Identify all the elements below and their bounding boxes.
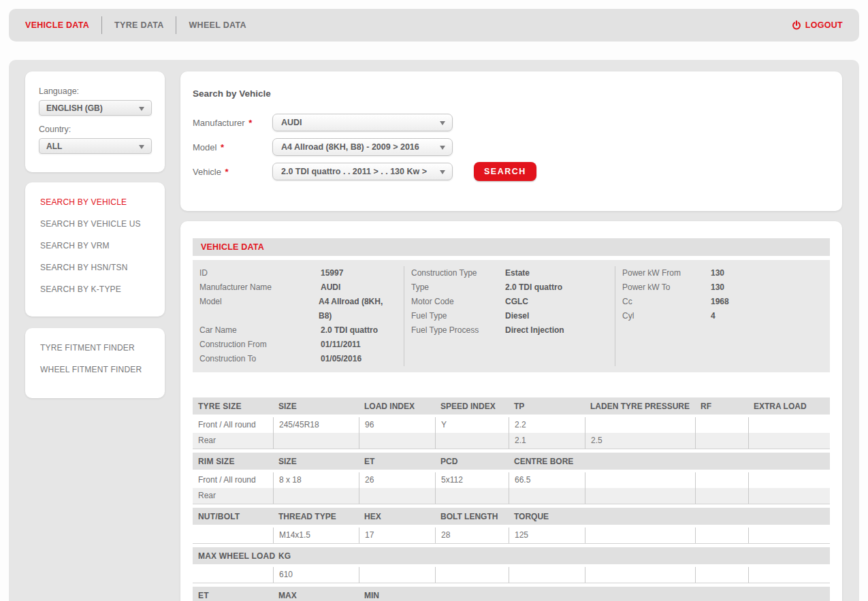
language-label: Language: <box>39 86 151 96</box>
table-cell <box>435 488 509 504</box>
vehicle-data-label: Cyl <box>622 309 711 323</box>
logout-button[interactable]: LOGOUT <box>792 20 843 30</box>
vehicle-data-label: Fuel Type Process <box>411 323 505 338</box>
nav-tab-vehicle-data[interactable]: VEHICLE DATA <box>25 20 101 30</box>
table-title: MAX WHEEL LOAD <box>193 551 273 561</box>
power-icon <box>792 20 801 30</box>
column-header: EXTRA LOAD <box>748 402 830 411</box>
model-label: Model * <box>193 142 272 152</box>
fitment-tables: TYRE SIZESIZELOAD INDEXSPEED INDEXTPLADE… <box>193 397 830 601</box>
form-row-manufacturer: Manufacturer *AUDI <box>193 114 830 131</box>
table-cell: Y <box>435 417 509 433</box>
table-row: M14x1.51728125 <box>193 527 830 543</box>
finder-menu-panel: TYRE FITMENT FINDERWHEEL FITMENT FINDER <box>25 328 165 398</box>
vehicle-data-column-3: Power kW From130Power kW To130Cc1968Cyl4 <box>615 266 830 366</box>
table-rows: M14x1.51728125 <box>193 527 830 544</box>
chevron-down-icon <box>440 170 445 174</box>
sidebar-item-search-by-vehicle-us[interactable]: SEARCH BY VEHICLE US <box>25 213 165 235</box>
nav-tab-tyre-data[interactable]: TYRE DATA <box>102 20 176 30</box>
table-cell <box>359 567 435 583</box>
table-row: Front / All round8 x 18265x11266.5 <box>193 472 830 488</box>
column-header: BOLT LENGTH <box>435 512 509 521</box>
vehicle-select-value: 2.0 TDI quattro . . 2011 > . . 130 Kw > <box>281 167 427 176</box>
table-section-nut-bolt: NUT/BOLTTHREAD TYPEHEXBOLT LENGTHTORQUEM… <box>193 508 830 544</box>
sidebar-item-wheel-fitment-finder[interactable]: WHEEL FITMENT FINDER <box>25 359 165 380</box>
sidebar-item-tyre-fitment-finder[interactable]: TYRE FITMENT FINDER <box>25 337 165 359</box>
vehicle-data-row: ModelA4 Allroad (8KH, B8) <box>199 295 397 323</box>
chevron-down-icon <box>139 145 144 149</box>
table-cell: M14x1.5 <box>273 527 359 543</box>
column-header: SIZE <box>273 457 359 466</box>
sidebar-item-search-by-hsn-tsn[interactable]: SEARCH BY HSN/TSN <box>25 257 165 278</box>
table-row: 610 <box>193 567 830 583</box>
required-asterisk: * <box>218 142 224 152</box>
vehicle-data-value: 2.0 TDI quattro <box>505 280 562 295</box>
nav-tab-wheel-data[interactable]: WHEEL DATA <box>176 20 258 30</box>
vehicle-data-row: Motor CodeCGLC <box>411 295 608 309</box>
search-button[interactable]: SEARCH <box>474 162 536 181</box>
country-select[interactable]: ALL <box>39 138 152 154</box>
vehicle-data-value: Estate <box>505 266 530 280</box>
vehicle-data-row: Cc1968 <box>622 295 823 309</box>
vehicle-data-row: Manufacturer NameAUDI <box>199 280 397 295</box>
vehicle-data-value: 130 <box>711 266 724 280</box>
column-header: ET <box>359 457 435 466</box>
column-header: TORQUE <box>509 512 585 521</box>
sidebar-item-search-by-vehicle[interactable]: SEARCH BY VEHICLE <box>25 191 165 213</box>
table-row: Front / All round245/45R1896Y2.2 <box>193 417 830 433</box>
top-nav: VEHICLE DATATYRE DATAWHEEL DATA LOGOUT <box>9 9 859 42</box>
table-cell: 26 <box>359 472 435 488</box>
vehicle-data-label: Type <box>411 280 505 295</box>
vehicle-data-value: Diesel <box>505 309 529 323</box>
table-rows: Front / All round245/45R1896Y2.2Rear2.12… <box>193 417 830 449</box>
table-cell <box>585 488 695 504</box>
table-title: TYRE SIZE <box>193 402 273 411</box>
table-cell <box>359 433 435 449</box>
results-panel: VEHICLE DATA ID15997Manufacturer NameAUD… <box>180 221 842 601</box>
sidebar-item-search-by-vrm[interactable]: SEARCH BY VRM <box>25 235 165 257</box>
table-cell: 610 <box>273 567 359 583</box>
table-title: ET <box>193 591 273 600</box>
language-select[interactable]: ENGLISH (GB) <box>39 100 152 116</box>
sidebar-item-search-by-k-type[interactable]: SEARCH BY K-TYPE <box>25 278 165 300</box>
table-cell <box>748 527 830 543</box>
column-header: PCD <box>435 457 509 466</box>
table-cell <box>273 488 359 504</box>
vehicle-data-row: Construction From01/11/2011 <box>199 338 397 352</box>
vehicle-data-row: Power kW From130 <box>622 266 823 280</box>
table-header-tyre-size: TYRE SIZESIZELOAD INDEXSPEED INDEXTPLADE… <box>193 397 830 415</box>
table-cell <box>585 472 695 488</box>
vehicle-data-label: Manufacturer Name <box>199 280 321 295</box>
table-cell <box>435 567 509 583</box>
vehicle-data-value: AUDI <box>321 280 340 295</box>
column-header: THREAD TYPE <box>273 512 359 521</box>
chevron-down-icon <box>440 121 445 125</box>
vehicle-data-label: Car Name <box>199 323 321 338</box>
language-select-value: ENGLISH (GB) <box>46 103 103 113</box>
vehicle-data-row: Cyl4 <box>622 309 823 323</box>
table-title: NUT/BOLT <box>193 512 273 521</box>
vehicle-data-value: A4 Allroad (8KH, B8) <box>319 295 397 323</box>
column-header: HEX <box>359 512 435 521</box>
vehicle-data-label: Construction To <box>199 352 321 366</box>
table-cell: 96 <box>359 417 435 433</box>
table-header-max-wheel-load: MAX WHEEL LOADKG <box>193 547 830 564</box>
table-cell: 245/45R18 <box>273 417 359 433</box>
country-select-value: ALL <box>46 142 62 151</box>
vehicle-data-row: ID15997 <box>199 266 397 280</box>
column-header: RF <box>695 402 748 411</box>
table-rows: 610 <box>193 567 830 583</box>
table-cell <box>748 488 830 504</box>
form-row-vehicle: Vehicle *2.0 TDI quattro . . 2011 > . . … <box>193 163 830 180</box>
table-section-tyre-size: TYRE SIZESIZELOAD INDEXSPEED INDEXTPLADE… <box>193 397 830 449</box>
vehicle-data-row: Fuel Type ProcessDirect Injection <box>411 323 608 338</box>
nav-tabs: VEHICLE DATATYRE DATAWHEEL DATA <box>25 9 259 42</box>
row-label <box>193 567 273 583</box>
table-cell: 5x112 <box>435 472 509 488</box>
vehicle-select[interactable]: 2.0 TDI quattro . . 2011 > . . 130 Kw > <box>272 163 453 180</box>
chevron-down-icon <box>440 146 445 150</box>
table-cell <box>359 488 435 504</box>
manufacturer-select[interactable]: AUDI <box>272 114 453 131</box>
model-select[interactable]: A4 Allroad (8KH, B8) - 2009 > 2016 <box>272 138 453 156</box>
column-header: CENTRE BORE <box>509 457 585 466</box>
